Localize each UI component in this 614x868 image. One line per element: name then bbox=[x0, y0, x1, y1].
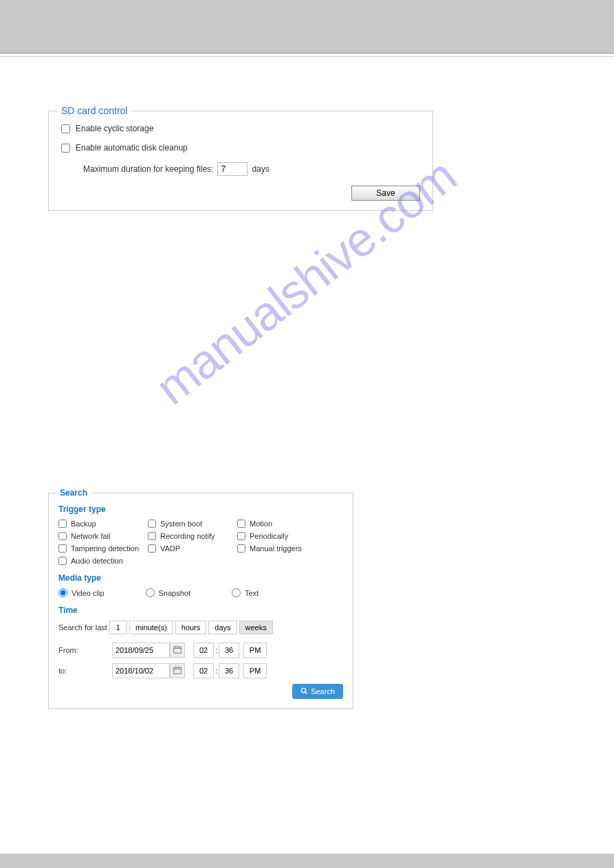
svg-rect-4 bbox=[174, 667, 182, 674]
media-video-label: Video clip bbox=[72, 589, 105, 597]
trigger-systemboot-label: System boot bbox=[160, 520, 202, 528]
search-for-last-label: Search for last bbox=[58, 623, 107, 632]
search-button-label: Search bbox=[311, 687, 335, 695]
enable-cyclic-checkbox[interactable] bbox=[61, 124, 70, 133]
trigger-networkfail-checkbox[interactable] bbox=[58, 532, 67, 540]
time-title: Time bbox=[58, 605, 343, 615]
trigger-networkfail-label: Network fail bbox=[71, 532, 110, 540]
svg-point-8 bbox=[302, 688, 306, 692]
trigger-periodically-checkbox[interactable] bbox=[237, 532, 245, 540]
trigger-systemboot-checkbox[interactable] bbox=[148, 520, 156, 528]
media-snapshot-label: Snapshot bbox=[159, 589, 190, 597]
search-button[interactable]: Search bbox=[292, 684, 343, 699]
media-text-label: Text bbox=[245, 589, 259, 597]
enable-cleanup-label: Enable automatic disk cleanup bbox=[76, 143, 188, 153]
colon: : bbox=[215, 646, 217, 654]
from-date-input[interactable] bbox=[112, 643, 170, 658]
unit-days-button[interactable]: days bbox=[208, 621, 237, 634]
trigger-vadp-checkbox[interactable] bbox=[148, 544, 156, 553]
save-button[interactable]: Save bbox=[351, 186, 420, 201]
to-ampm-input[interactable] bbox=[243, 663, 267, 678]
from-label: From: bbox=[58, 646, 112, 654]
trigger-recnotify-label: Recording notify bbox=[160, 532, 215, 540]
trigger-grid: Backup System boot Motion Network fail R… bbox=[58, 520, 343, 565]
calendar-icon bbox=[173, 666, 182, 676]
footer-bar bbox=[0, 854, 614, 868]
media-type-title: Media type bbox=[58, 573, 343, 583]
max-duration-input[interactable] bbox=[217, 162, 248, 176]
media-text-radio[interactable] bbox=[232, 588, 241, 597]
trigger-motion-label: Motion bbox=[250, 520, 272, 528]
media-video-radio[interactable] bbox=[58, 588, 67, 597]
trigger-manual-label: Manual triggers bbox=[250, 544, 302, 553]
from-ampm-input[interactable] bbox=[243, 643, 267, 658]
enable-cyclic-label: Enable cyclic storage bbox=[76, 124, 153, 133]
trigger-motion-checkbox[interactable] bbox=[237, 520, 245, 528]
from-calendar-button[interactable] bbox=[170, 643, 185, 658]
header-bar bbox=[0, 0, 614, 54]
to-minute-input[interactable] bbox=[219, 663, 239, 678]
to-date-input[interactable] bbox=[112, 663, 170, 678]
to-hour-input[interactable] bbox=[193, 663, 214, 678]
unit-hours-button[interactable]: hours bbox=[175, 621, 207, 634]
svg-rect-0 bbox=[174, 647, 182, 653]
search-panel: Search Trigger type Backup System boot M… bbox=[48, 493, 353, 709]
trigger-manual-checkbox[interactable] bbox=[237, 544, 245, 553]
sd-card-control-panel: SD card control Enable cyclic storage En… bbox=[48, 111, 433, 211]
to-calendar-button[interactable] bbox=[170, 663, 185, 678]
colon: : bbox=[215, 667, 217, 675]
sd-legend: SD card control bbox=[57, 105, 131, 116]
trigger-audio-label: Audio detection bbox=[71, 557, 123, 565]
search-icon bbox=[300, 687, 308, 696]
trigger-backup-checkbox[interactable] bbox=[58, 520, 67, 528]
from-hour-input[interactable] bbox=[193, 643, 214, 658]
calendar-icon bbox=[173, 645, 182, 655]
unit-minutes-button[interactable]: minute(s) bbox=[129, 621, 173, 634]
to-label: to: bbox=[58, 667, 112, 675]
search-for-last-input[interactable] bbox=[109, 621, 127, 634]
trigger-audio-checkbox[interactable] bbox=[58, 557, 67, 565]
media-snapshot-radio[interactable] bbox=[146, 588, 155, 597]
unit-weeks-button[interactable]: weeks bbox=[239, 621, 273, 634]
from-minute-input[interactable] bbox=[219, 643, 239, 658]
trigger-backup-label: Backup bbox=[71, 520, 96, 528]
max-duration-unit: days bbox=[252, 164, 269, 174]
trigger-tampering-checkbox[interactable] bbox=[58, 544, 67, 553]
svg-line-9 bbox=[305, 691, 307, 693]
search-legend: Search bbox=[56, 488, 91, 498]
trigger-type-title: Trigger type bbox=[58, 504, 343, 514]
trigger-vadp-label: VADP bbox=[160, 544, 180, 553]
trigger-periodically-label: Periodically bbox=[250, 532, 288, 540]
trigger-recnotify-checkbox[interactable] bbox=[148, 532, 156, 540]
max-duration-label: Maximum duration for keeping files: bbox=[83, 164, 213, 174]
trigger-tampering-label: Tampering detection bbox=[71, 544, 139, 553]
enable-cleanup-checkbox[interactable] bbox=[61, 144, 70, 153]
